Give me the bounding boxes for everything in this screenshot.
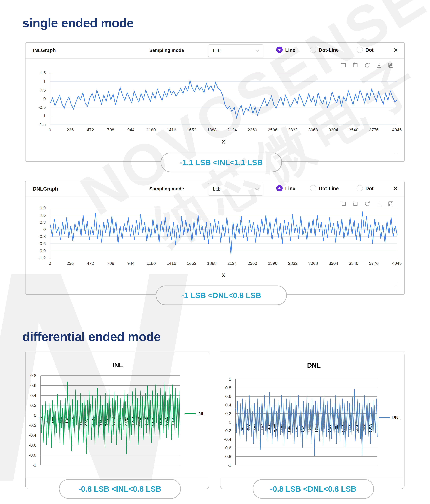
- refresh-icon[interactable]: [364, 201, 370, 207]
- chart-toolbar: [341, 201, 394, 207]
- y-tick-label: -0.6: [27, 241, 46, 246]
- y-tick-label: 0: [27, 227, 46, 232]
- x-tick-label: 1888: [207, 261, 217, 266]
- radio-dot[interactable]: [357, 185, 363, 191]
- zoom-back-icon[interactable]: [352, 62, 358, 68]
- dnl-legend-label: DNL: [392, 415, 401, 420]
- radio-dot[interactable]: [357, 46, 363, 53]
- x-tick-label: 3304: [329, 261, 338, 266]
- dnl-window-header: DNLGraph Sampling mode Lttb Line Dot-Lin…: [26, 181, 404, 197]
- resize-corner-icon[interactable]: [395, 150, 398, 153]
- y-tick-label: 0.6: [213, 394, 231, 399]
- inl-window-header: INLGraph Sampling mode Lttb Line Dot-Lin…: [26, 43, 404, 59]
- x-tick-label: 236: [67, 261, 74, 266]
- y-tick-label: -0.3: [27, 234, 46, 239]
- x-tick-label: 1416: [167, 261, 176, 266]
- refresh-icon[interactable]: [364, 62, 370, 68]
- inl-chart-x-title: X: [222, 139, 225, 144]
- y-tick-label: 1.5: [27, 71, 46, 75]
- dnl-diff-series-line: [236, 389, 377, 456]
- caption-dnl-single: -1 LSB <DNL<0.8 LSB: [156, 286, 287, 305]
- page: { "page": { "title_single": "single ende…: [0, 0, 430, 504]
- y-tick-label: 0.4: [213, 403, 231, 407]
- x-tick-label: 2360: [247, 127, 257, 132]
- y-tick-label: -1.2: [27, 256, 46, 260]
- x-tick-label: 236: [67, 127, 74, 132]
- x-tick-label: 2832: [288, 261, 298, 266]
- chevron-down-icon: [255, 188, 259, 191]
- x-tick-label: 1652: [187, 261, 196, 266]
- dnl-legend: DNL: [379, 415, 401, 420]
- dnl-top-series-line: [50, 212, 397, 254]
- caption-dnl-diff: -0.8 LSB <DNL<0.8 LSB: [253, 479, 374, 499]
- x-tick-label: 708: [107, 261, 114, 266]
- radio-dot-line-label: Dot-Line: [319, 186, 339, 191]
- x-tick-label: 944: [127, 127, 134, 132]
- radio-line-label: Line: [285, 47, 295, 53]
- inl-diff-series-line: [41, 382, 180, 454]
- dnl-diff-chart: DNL 10.80.60.40.20-0.2-0.4-0.6-0.8-1 119…: [215, 379, 404, 487]
- y-tick-label: -0.6: [18, 443, 36, 448]
- inl-line-chart[interactable]: 1.510.50-0.5-1-1.5 023647270894411801416…: [29, 73, 397, 146]
- x-tick-label: 2124: [227, 127, 237, 132]
- x-tick-label: 2596: [268, 127, 277, 132]
- x-tick-label: 4045: [392, 261, 402, 266]
- x-tick-label: 2596: [268, 261, 277, 266]
- y-tick-label: 0: [27, 96, 46, 101]
- close-icon[interactable]: ✕: [393, 47, 398, 54]
- x-tick-label: 1180: [146, 261, 156, 266]
- y-tick-label: -0.2: [213, 428, 231, 433]
- resize-corner-icon[interactable]: [395, 283, 398, 286]
- y-tick-label: -1: [213, 463, 231, 467]
- radio-dot-line[interactable]: [310, 185, 316, 191]
- y-tick-label: 0: [213, 420, 231, 424]
- y-tick-label: 0.6: [18, 383, 36, 388]
- inl-legend: INL: [184, 411, 204, 416]
- radio-dot-line[interactable]: [310, 46, 316, 53]
- y-tick-label: -0.8: [18, 453, 36, 458]
- radio-line[interactable]: [276, 185, 283, 191]
- x-tick-label: 1652: [187, 127, 196, 132]
- section-title-single-ended: single ended mode: [22, 16, 134, 30]
- x-tick-label: 1416: [167, 127, 176, 132]
- x-tick-label: 0: [49, 261, 51, 266]
- y-tick-label: 0.2: [213, 411, 231, 416]
- y-tick-label: -1: [27, 114, 46, 118]
- zoom-back-icon[interactable]: [352, 201, 358, 207]
- save-icon[interactable]: [388, 201, 394, 207]
- download-icon[interactable]: [376, 201, 382, 207]
- zoom-box-icon[interactable]: [341, 62, 347, 68]
- x-tick-label: 3776: [369, 261, 379, 266]
- inl-chart-plot[interactable]: [50, 73, 397, 125]
- x-tick-label: 472: [87, 261, 94, 266]
- y-tick-label: -1.5: [27, 122, 46, 127]
- sampling-dropdown[interactable]: Lttb: [208, 44, 263, 57]
- save-icon[interactable]: [388, 62, 394, 68]
- inl-legend-label: INL: [197, 411, 204, 416]
- x-tick-label: 3776: [369, 127, 379, 132]
- y-tick-label: -0.8: [213, 454, 231, 459]
- x-tick-label: 472: [87, 127, 94, 132]
- x-tick-label: 1888: [207, 127, 217, 132]
- x-tick-label: 3068: [308, 127, 318, 132]
- sampling-dropdown-value: Lttb: [213, 187, 220, 192]
- chevron-down-icon: [255, 50, 259, 53]
- sampling-dropdown-value: Lttb: [213, 48, 220, 53]
- radio-dot-label: Dot: [365, 47, 374, 53]
- sampling-dropdown[interactable]: Lttb: [208, 183, 263, 196]
- inl-diff-chart: INL 0.80.60.40.20-0.2-0.4-0.6-0.8-1 1196…: [20, 376, 209, 486]
- zoom-box-icon[interactable]: [341, 201, 347, 207]
- dnl-line-chart[interactable]: 0.90.60.30-0.3-0.6-0.9-1.2 0236472708944…: [29, 208, 397, 279]
- dnl-chart-plot[interactable]: [50, 208, 397, 258]
- download-icon[interactable]: [376, 62, 382, 68]
- radio-line[interactable]: [276, 46, 283, 53]
- close-icon[interactable]: ✕: [393, 185, 398, 192]
- x-tick-label: 2124: [227, 261, 237, 266]
- x-tick-label: 3304: [329, 127, 338, 132]
- y-tick-label: -0.2: [18, 423, 36, 428]
- y-tick-label: 1: [27, 79, 46, 84]
- x-tick-label: 2360: [247, 261, 257, 266]
- dnl-diff-plot: 1196391586781976117113661561175619512146…: [235, 379, 377, 465]
- x-tick-label: 3068: [308, 261, 318, 266]
- y-tick-label: -0.4: [18, 433, 36, 438]
